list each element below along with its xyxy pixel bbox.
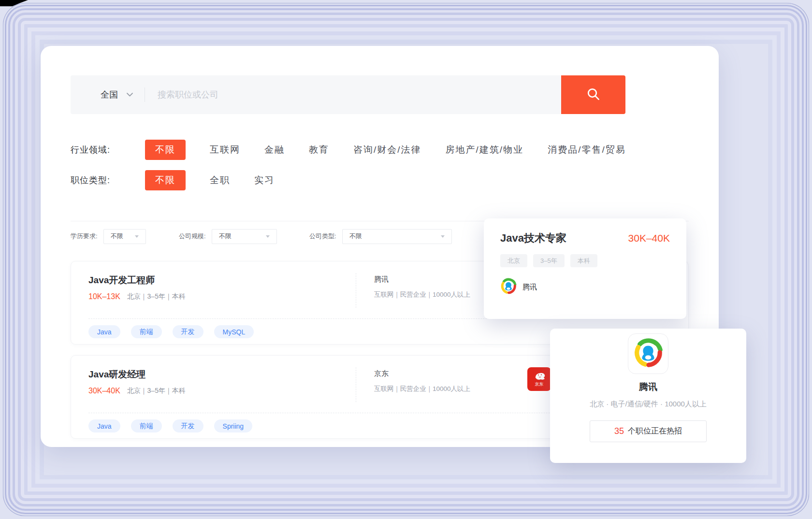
industry-option-education[interactable]: 教育 — [309, 144, 329, 156]
job-tag[interactable]: 前端 — [131, 419, 162, 432]
job-tag[interactable]: MySQL — [214, 325, 254, 338]
industry-option-consulting[interactable]: 咨询/财会/法律 — [353, 144, 421, 156]
job-salary-row: 30K–40K 北京｜3–5年｜本科 — [88, 387, 186, 395]
search-button[interactable] — [561, 75, 625, 114]
tencent-logo-icon — [633, 338, 663, 370]
hot-jobs-count: 35 — [614, 426, 624, 436]
company-name: 腾讯 — [374, 275, 389, 284]
divider — [145, 87, 145, 102]
education-filter: 学历要求: 不限 — [71, 229, 146, 244]
jobtype-option-unlimited[interactable]: 不限 — [145, 170, 186, 190]
page: 全国 行业领域: 不限 互联网 金融 教育 咨询/财会/法律 — [0, 0, 812, 519]
company-popup-meta: 北京 · 电子/通信/硬件 · 10000人以上 — [550, 400, 746, 409]
job-detail-popup[interactable]: Java技术专家 30K–40K 北京 3–5年 本科 腾讯 — [484, 218, 686, 319]
company-size-filter: 公司规模: 不限 — [179, 229, 277, 244]
company-size-dropdown[interactable]: 不限 — [212, 229, 277, 244]
corner-notch — [0, 0, 28, 6]
job-tags: Java 前端 开发 MySQL — [88, 325, 254, 338]
company-meta: 互联网｜民营企业｜10000人以上 — [374, 290, 470, 299]
chevron-down-icon[interactable] — [127, 93, 133, 97]
job-popup-tag: 北京 — [500, 254, 527, 267]
jd-logo-text: 京东 — [535, 382, 544, 387]
job-tag[interactable]: 开发 — [173, 419, 203, 432]
company-meta: 互联网｜民营企业｜10000人以上 — [374, 385, 470, 393]
job-title: Java开发工程师 — [88, 274, 155, 287]
industry-option-internet[interactable]: 互联网 — [210, 144, 240, 156]
search-box: 全国 — [71, 75, 561, 114]
caret-down-icon — [441, 235, 445, 238]
jobtype-filter-label: 职位类型: — [71, 174, 126, 186]
education-dropdown-value: 不限 — [111, 232, 123, 241]
job-tag[interactable]: 前端 — [131, 325, 162, 338]
industry-option-realestate[interactable]: 房地产/建筑/物业 — [446, 144, 524, 156]
caret-down-icon — [266, 235, 270, 238]
hot-jobs-label: 个职位正在热招 — [628, 426, 682, 436]
company-name: 京东 — [374, 369, 389, 378]
industry-options: 不限 互联网 金融 教育 咨询/财会/法律 房地产/建筑/物业 消费品/零售/贸… — [145, 140, 626, 160]
jobtype-options: 不限 全职 实习 — [145, 170, 275, 190]
industry-option-unlimited[interactable]: 不限 — [145, 140, 186, 160]
education-filter-label: 学历要求: — [71, 232, 98, 241]
company-size-filter-label: 公司规模: — [179, 232, 206, 241]
job-salary: 10K–13K — [88, 292, 120, 301]
industry-filter-row: 行业领域: 不限 互联网 金融 教育 咨询/财会/法律 房地产/建筑/物业 消费… — [71, 140, 626, 159]
job-tag[interactable]: Java — [88, 325, 120, 338]
job-meta: 北京｜3–5年｜本科 — [127, 292, 186, 301]
company-popup[interactable]: 腾讯 北京 · 电子/通信/硬件 · 10000人以上 35 个职位正在热招 — [550, 329, 746, 463]
job-popup-company-name: 腾讯 — [522, 283, 537, 292]
company-type-filter-label: 公司类型: — [309, 232, 336, 241]
company-size-dropdown-value: 不限 — [219, 232, 232, 241]
job-popup-tag: 本科 — [570, 254, 597, 267]
job-popup-header: Java技术专家 30K–40K — [500, 231, 670, 245]
city-selector[interactable]: 全国 — [101, 89, 118, 101]
company-type-dropdown-value: 不限 — [349, 232, 362, 241]
industry-option-consumer[interactable]: 消费品/零售/贸易 — [548, 144, 626, 156]
tencent-logo-box — [628, 333, 668, 374]
job-tag[interactable]: Spriing — [214, 419, 253, 432]
divider — [356, 273, 356, 308]
job-popup-salary: 30K–40K — [628, 232, 670, 244]
job-popup-tags: 北京 3–5年 本科 — [500, 254, 670, 267]
jd-company-logo: 京东 — [527, 367, 551, 391]
hot-jobs-button[interactable]: 35 个职位正在热招 — [590, 420, 707, 442]
jobtype-filter-row: 职位类型: 不限 全职 实习 — [71, 171, 275, 190]
job-salary: 30K–40K — [88, 387, 120, 395]
education-dropdown[interactable]: 不限 — [103, 229, 146, 244]
jobtype-option-fulltime[interactable]: 全职 — [210, 174, 230, 187]
job-tag[interactable]: Java — [88, 419, 120, 432]
company-popup-name: 腾讯 — [550, 381, 746, 393]
job-tag[interactable]: 开发 — [173, 325, 203, 338]
company-type-dropdown[interactable]: 不限 — [342, 229, 452, 244]
company-type-filter: 公司类型: 不限 — [309, 229, 452, 244]
divider — [356, 367, 356, 402]
job-salary-row: 10K–13K 北京｜3–5年｜本科 — [88, 292, 186, 301]
job-popup-company-row: 腾讯 — [500, 278, 670, 296]
search-bar: 全国 — [71, 75, 625, 114]
jobtype-option-intern[interactable]: 实习 — [254, 174, 275, 187]
caret-down-icon — [135, 235, 139, 238]
job-meta: 北京｜3–5年｜本科 — [127, 387, 186, 395]
search-icon — [586, 87, 601, 103]
job-popup-tag: 3–5年 — [533, 254, 565, 267]
industry-option-finance[interactable]: 金融 — [264, 144, 285, 156]
industry-filter-label: 行业领域: — [71, 144, 126, 156]
job-tags: Java 前端 开发 Spriing — [88, 419, 252, 432]
tencent-logo-icon — [500, 278, 517, 296]
search-input[interactable] — [157, 89, 561, 101]
job-popup-title: Java技术专家 — [500, 231, 566, 245]
job-title: Java研发经理 — [88, 368, 145, 381]
